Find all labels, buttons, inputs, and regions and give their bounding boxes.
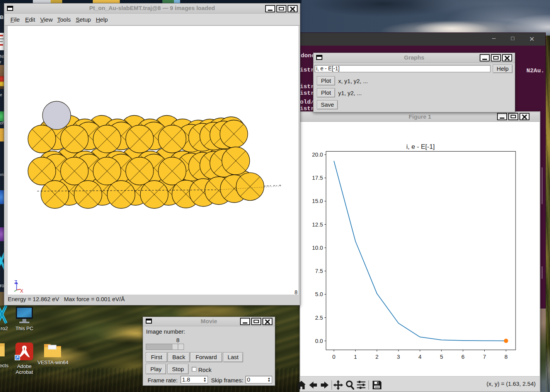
svg-text:20.0: 20.0: [312, 152, 323, 158]
svg-text:5: 5: [440, 354, 443, 360]
svg-text:7: 7: [483, 354, 486, 360]
svg-text:3: 3: [397, 354, 400, 360]
svg-text:4: 4: [418, 354, 421, 360]
svg-text:8: 8: [504, 354, 507, 360]
svg-text:15.0: 15.0: [312, 198, 323, 204]
svg-text:1: 1: [354, 354, 357, 360]
svg-text:2.5: 2.5: [315, 315, 323, 321]
svg-text:5.0: 5.0: [315, 291, 323, 297]
svg-text:17.5: 17.5: [312, 175, 323, 181]
svg-text:i, e - E[-1]: i, e - E[-1]: [406, 143, 435, 150]
svg-text:6: 6: [461, 354, 465, 360]
svg-text:0: 0: [332, 354, 335, 360]
svg-text:Z: Z: [14, 280, 17, 285]
svg-text:12.5: 12.5: [312, 222, 323, 228]
svg-text:2: 2: [375, 354, 378, 360]
svg-text:10.0: 10.0: [312, 245, 323, 251]
svg-text:X: X: [20, 288, 23, 294]
svg-text:7.5: 7.5: [315, 268, 323, 274]
svg-text:8: 8: [295, 289, 298, 295]
svg-text:0.0: 0.0: [315, 338, 323, 344]
